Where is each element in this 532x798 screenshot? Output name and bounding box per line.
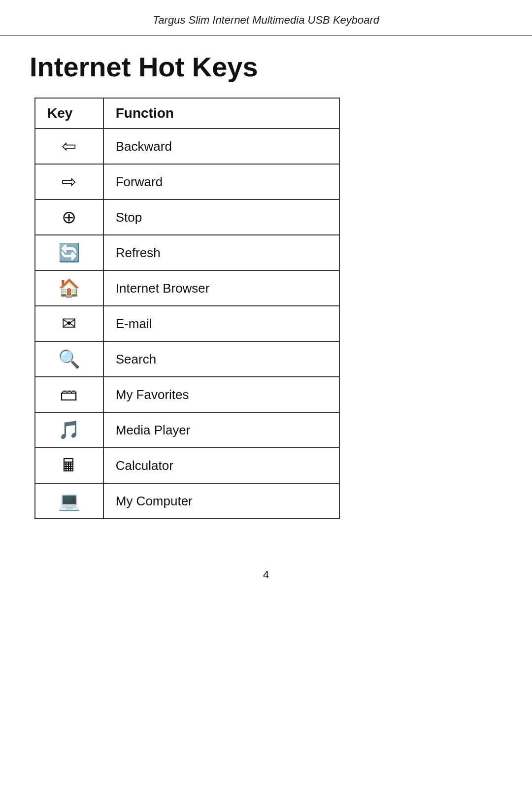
- key-cell: 🔄: [35, 235, 103, 270]
- key-icon: ⇦: [47, 136, 91, 157]
- key-cell: 🎵: [35, 412, 103, 448]
- content-area: Internet Hot Keys Key Function ⇦Backward…: [0, 41, 532, 539]
- page-number: 4: [263, 568, 269, 581]
- function-cell: Search: [103, 341, 339, 377]
- header-text: Targus Slim Internet Multimedia USB Keyb…: [153, 14, 379, 26]
- function-cell: E-mail: [103, 306, 339, 341]
- table-row: 🔄Refresh: [35, 235, 339, 270]
- key-icon: 🖩: [47, 455, 91, 476]
- table-row: 💻My Computer: [35, 483, 339, 519]
- key-icon: 🎵: [47, 420, 91, 440]
- table-row: 🎵Media Player: [35, 412, 339, 448]
- page-footer: 4: [0, 568, 532, 581]
- page-title: Internet Hot Keys: [30, 51, 258, 83]
- key-icon: 🗃: [47, 384, 91, 405]
- col-function-header: Function: [103, 98, 339, 129]
- function-cell: Media Player: [103, 412, 339, 448]
- key-icon: 🔄: [47, 242, 91, 263]
- table-row: ⇦Backward: [35, 129, 339, 164]
- table-row: ✉E-mail: [35, 306, 339, 341]
- key-icon: ✉: [47, 313, 91, 334]
- key-cell: 🏠: [35, 270, 103, 306]
- table-row: 🏠Internet Browser: [35, 270, 339, 306]
- key-cell: ⇦: [35, 129, 103, 164]
- key-cell: ⇨: [35, 164, 103, 200]
- key-cell: 🔍: [35, 341, 103, 377]
- key-icon: ⊕: [47, 207, 91, 228]
- table-row: 🔍Search: [35, 341, 339, 377]
- function-cell: Backward: [103, 129, 339, 164]
- key-cell: ✉: [35, 306, 103, 341]
- hot-keys-table: Key Function ⇦Backward⇨Forward⊕Stop🔄Refr…: [34, 98, 340, 519]
- table-row: ⊕Stop: [35, 200, 339, 235]
- key-cell: 🖩: [35, 448, 103, 483]
- table-row: 🗃My Favorites: [35, 377, 339, 412]
- function-cell: Internet Browser: [103, 270, 339, 306]
- key-cell: 💻: [35, 483, 103, 519]
- function-cell: Forward: [103, 164, 339, 200]
- table-row: ⇨Forward: [35, 164, 339, 200]
- function-cell: My Computer: [103, 483, 339, 519]
- page-header: Targus Slim Internet Multimedia USB Keyb…: [0, 0, 532, 36]
- table-header-row: Key Function: [35, 98, 339, 129]
- table-row: 🖩Calculator: [35, 448, 339, 483]
- key-cell: ⊕: [35, 200, 103, 235]
- key-icon: 🏠: [47, 278, 91, 299]
- key-cell: 🗃: [35, 377, 103, 412]
- key-icon: 💻: [47, 491, 91, 511]
- function-cell: Calculator: [103, 448, 339, 483]
- function-cell: Refresh: [103, 235, 339, 270]
- col-key-header: Key: [35, 98, 103, 129]
- function-cell: Stop: [103, 200, 339, 235]
- key-icon: ⇨: [47, 171, 91, 192]
- function-cell: My Favorites: [103, 377, 339, 412]
- key-icon: 🔍: [47, 349, 91, 369]
